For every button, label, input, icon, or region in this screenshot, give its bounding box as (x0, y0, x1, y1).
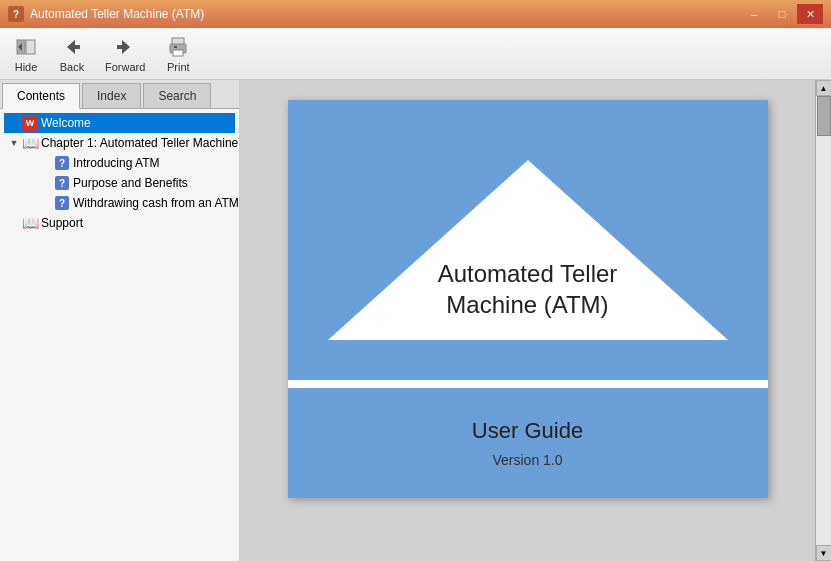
back-button[interactable]: Back (50, 30, 94, 78)
cover-bottom: User Guide Version 1.0 (288, 388, 768, 498)
tree-item-support[interactable]: 📖 Support (4, 213, 235, 233)
right-panel: Automated Teller Machine (ATM) User Guid… (240, 80, 831, 561)
titlebar: ? Automated Teller Machine (ATM) – □ ✕ (0, 0, 831, 28)
cover-title: Automated Teller Machine (ATM) (438, 258, 618, 320)
tree-item-introducing[interactable]: ? Introducing ATM (4, 153, 235, 173)
scrollbar-up[interactable]: ▲ (816, 80, 832, 96)
scrollbar-thumb[interactable] (817, 96, 831, 136)
tree-item-welcome[interactable]: W Welcome (4, 113, 235, 133)
svg-marker-5 (122, 40, 130, 54)
expand-welcome (8, 117, 20, 129)
close-button[interactable]: ✕ (797, 4, 823, 24)
withdrawing-icon: ? (54, 195, 70, 211)
svg-rect-6 (117, 45, 123, 49)
chapter1-icon: 📖 (22, 135, 38, 151)
cover-subtitle: User Guide (308, 418, 748, 444)
forward-icon (113, 35, 137, 59)
scrollbar-down[interactable]: ▼ (816, 545, 832, 561)
tree-label-support: Support (41, 216, 83, 230)
titlebar-left: ? Automated Teller Machine (ATM) (8, 6, 204, 22)
titlebar-title: Automated Teller Machine (ATM) (30, 7, 204, 21)
hide-button[interactable]: Hide (4, 30, 48, 78)
tab-search[interactable]: Search (143, 83, 211, 108)
tree-item-withdrawing[interactable]: ? Withdrawing cash from an ATM (4, 193, 235, 213)
tab-index[interactable]: Index (82, 83, 141, 108)
back-icon (60, 35, 84, 59)
print-icon (166, 35, 190, 59)
svg-rect-10 (174, 46, 177, 48)
tree-label-chapter1: Chapter 1: Automated Teller Machine (41, 136, 238, 150)
cover-version: Version 1.0 (308, 452, 748, 468)
expand-chapter1: ▼ (8, 137, 20, 149)
minimize-button[interactable]: – (741, 4, 767, 24)
hide-label: Hide (15, 61, 38, 73)
tree: W Welcome ▼ 📖 Chapter 1: Automated Telle… (0, 109, 239, 561)
tree-item-purpose[interactable]: ? Purpose and Benefits (4, 173, 235, 193)
expand-purpose (40, 177, 52, 189)
expand-withdrawing (40, 197, 52, 209)
left-panel: Contents Index Search W Welcome ▼ 📖 Chap… (0, 80, 240, 561)
cover-divider (288, 380, 768, 388)
tree-label-withdrawing: Withdrawing cash from an ATM (73, 196, 239, 210)
maximize-button[interactable]: □ (769, 4, 795, 24)
support-icon: 📖 (22, 215, 38, 231)
svg-rect-4 (74, 45, 80, 49)
app-icon: ? (8, 6, 24, 22)
cover-page: Automated Teller Machine (ATM) User Guid… (288, 100, 768, 498)
tree-item-chapter1[interactable]: ▼ 📖 Chapter 1: Automated Teller Machine (4, 133, 235, 153)
tree-label-purpose: Purpose and Benefits (73, 176, 188, 190)
hide-icon (14, 35, 38, 59)
purpose-icon: ? (54, 175, 70, 191)
print-button[interactable]: Print (156, 30, 200, 78)
forward-button[interactable]: Forward (96, 30, 154, 78)
tree-label-introducing: Introducing ATM (73, 156, 159, 170)
tab-contents[interactable]: Contents (2, 83, 80, 109)
titlebar-controls: – □ ✕ (741, 4, 823, 24)
tabs: Contents Index Search (0, 80, 239, 109)
welcome-icon: W (22, 115, 38, 131)
forward-label: Forward (105, 61, 145, 73)
expand-introducing (40, 157, 52, 169)
cover-top: Automated Teller Machine (ATM) (288, 100, 768, 380)
tree-label-welcome: Welcome (41, 116, 91, 130)
svg-rect-9 (173, 50, 183, 56)
expand-support (8, 217, 20, 229)
main-container: Contents Index Search W Welcome ▼ 📖 Chap… (0, 80, 831, 561)
print-label: Print (167, 61, 190, 73)
scrollbar-right: ▲ ▼ (815, 80, 831, 561)
content-area: Automated Teller Machine (ATM) User Guid… (240, 80, 815, 561)
svg-rect-1 (26, 40, 35, 54)
back-label: Back (60, 61, 84, 73)
introducing-icon: ? (54, 155, 70, 171)
svg-marker-3 (67, 40, 75, 54)
toolbar: Hide Back Forward Print (0, 28, 831, 80)
